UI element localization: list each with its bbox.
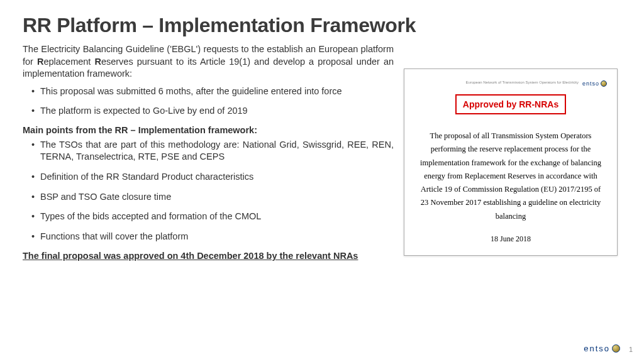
list-item: The platform is expected to Go-Live by e… [31, 105, 394, 118]
doc-date: 18 June 2018 [414, 234, 607, 244]
globe-icon [612, 344, 620, 353]
list-item: The TSOs that are part of this methodolo… [31, 139, 394, 163]
list-item: This proposal was submitted 6 moths, aft… [31, 85, 394, 98]
bullet-list-1: This proposal was submitted 6 moths, aft… [23, 85, 394, 118]
intro-text-mid: eplacement [43, 57, 94, 67]
doc-body-text: The proposal of all Transmission System … [414, 129, 607, 223]
doc-header-text: European Network of Transmission System … [466, 80, 579, 85]
document-thumbnail: European Network of Transmission System … [404, 69, 618, 256]
left-column: The Electricity Balancing Guideline ('EB… [23, 43, 394, 263]
bullet-list-2: The TSOs that are part of this methodolo… [23, 139, 394, 243]
subheading: Main points from the RR – Implementation… [23, 125, 394, 135]
entsoe-logo-small: entso [582, 80, 607, 87]
globe-icon [601, 80, 607, 87]
list-item: Definition of the RR Standard Product ch… [31, 171, 394, 184]
intro-bold-r1: R [37, 57, 43, 67]
final-note: The final proposal was approved on 4th D… [23, 250, 394, 263]
slide: RR Platform – Implementation Framework T… [0, 0, 644, 362]
page-number: 1 [629, 346, 633, 353]
page-title: RR Platform – Implementation Framework [23, 14, 621, 37]
doc-header: European Network of Transmission System … [414, 80, 607, 87]
intro-paragraph: The Electricity Balancing Guideline ('EB… [23, 43, 394, 80]
content-area: The Electricity Balancing Guideline ('EB… [23, 43, 621, 263]
list-item: Types of the bids accepted and formation… [31, 211, 394, 223]
right-column: European Network of Transmission System … [404, 43, 618, 263]
list-item: Functions that will cover the platform [31, 231, 394, 243]
logo-text: entso [582, 80, 599, 87]
list-item: BSP and TSO Gate closure time [31, 191, 394, 204]
intro-bold-r2: R [94, 57, 101, 67]
entsoe-logo-footer: entso [584, 344, 620, 353]
approved-stamp: Approved by RR-NRAs [455, 94, 566, 114]
logo-text: entso [584, 344, 610, 353]
